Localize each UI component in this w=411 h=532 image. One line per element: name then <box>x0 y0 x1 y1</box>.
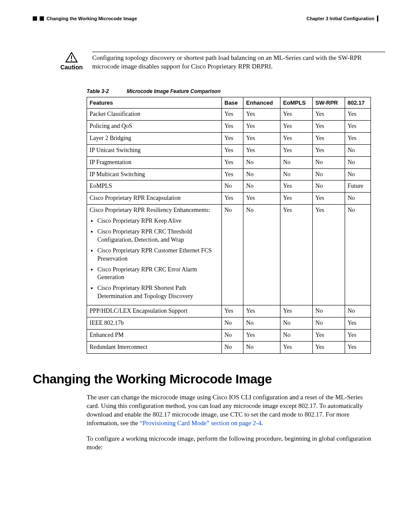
value-cell: Yes <box>222 144 243 156</box>
value-cell: Yes <box>243 132 280 144</box>
feature-cell: Packet Classification <box>87 109 222 121</box>
value-cell: No <box>280 329 313 341</box>
header-section-title: Changing the Working Microcode Image <box>47 16 137 21</box>
value-cell: No <box>345 305 371 317</box>
table-title: Microcode Image Feature Comparison <box>127 88 221 94</box>
table-row: IP FragmentationYesNoNoNoNo <box>87 156 371 168</box>
header-square-icon <box>33 16 37 21</box>
value-cell: No <box>243 168 280 180</box>
table-header: EoMPLS <box>280 97 313 109</box>
table-row: IEEE 802.17bNoNoNoNoYes <box>87 317 371 329</box>
section-paragraph-1: The user can change the microcode image … <box>87 393 375 428</box>
table-row: Cisco Proprietary RPR EncapsulationYesYe… <box>87 193 371 205</box>
feature-bullet: Cisco Proprietary RPR Keep Alive <box>97 217 219 225</box>
value-cell: No <box>222 341 243 353</box>
value-cell: Yes <box>222 132 243 144</box>
value-cell: Yes <box>280 205 313 305</box>
value-cell: Future <box>345 180 371 193</box>
value-cell: Yes <box>280 132 313 144</box>
value-cell: No <box>243 317 280 329</box>
value-cell: Yes <box>280 144 313 156</box>
value-cell: Yes <box>243 305 280 317</box>
value-cell: No <box>345 205 371 305</box>
value-cell: Yes <box>280 341 313 353</box>
table-header: Enhanced <box>243 97 280 109</box>
value-cell: Yes <box>345 132 371 144</box>
value-cell: Yes <box>243 120 280 132</box>
value-cell: Yes <box>280 109 313 121</box>
provisioning-card-mode-link[interactable]: “Provisioning Card Mode” section on page… <box>140 420 261 426</box>
value-cell: Yes <box>280 180 313 193</box>
feature-bullet: Cisco Proprietary RPR CRC Threshold Conf… <box>97 228 219 244</box>
value-cell: Yes <box>243 144 280 156</box>
value-cell: Yes <box>313 132 345 144</box>
value-cell: Yes <box>222 120 243 132</box>
header-square-icon <box>40 16 44 21</box>
value-cell: No <box>313 180 345 193</box>
feature-cell: Enhanced PM <box>87 329 222 341</box>
feature-bullet: Cisco Proprietary RPR Shortest Path Dete… <box>97 284 219 301</box>
table-row: EoMPLSNoNoYesNoFuture <box>87 180 371 193</box>
table-caption: Table 3-2 Microcode Image Feature Compar… <box>87 88 378 94</box>
table-header: SW-RPR <box>313 97 345 109</box>
value-cell: Yes <box>243 193 280 205</box>
value-cell: Yes <box>313 109 345 121</box>
value-cell: No <box>313 156 345 168</box>
svg-point-2 <box>71 60 72 61</box>
value-cell: No <box>280 156 313 168</box>
value-cell: No <box>243 205 280 305</box>
table-header: 802.17 <box>345 97 371 109</box>
feature-cell: Policing and QoS <box>87 120 222 132</box>
value-cell: Yes <box>280 305 313 317</box>
value-cell: Yes <box>313 329 345 341</box>
table-row: Layer 2 BridgingYesYesYesYesYes <box>87 132 371 144</box>
value-cell: No <box>280 168 313 180</box>
value-cell: No <box>222 317 243 329</box>
header-bar-icon <box>377 16 378 22</box>
value-cell: No <box>345 168 371 180</box>
value-cell: No <box>345 156 371 168</box>
value-cell: Yes <box>222 305 243 317</box>
value-cell: Yes <box>313 205 345 305</box>
section-paragraph-2: To configure a working microcode image, … <box>87 434 375 452</box>
table-row: Cisco Proprietary RPR Resiliency Enhance… <box>87 205 371 305</box>
value-cell: No <box>313 305 345 317</box>
value-cell: No <box>345 144 371 156</box>
feature-cell: Cisco Proprietary RPR Resiliency Enhance… <box>87 205 222 305</box>
feature-cell: Cisco Proprietary RPR Encapsulation <box>87 193 222 205</box>
value-cell: Yes <box>243 329 280 341</box>
value-cell: Yes <box>280 120 313 132</box>
value-cell: Yes <box>345 317 371 329</box>
value-cell: Yes <box>313 193 345 205</box>
value-cell: No <box>222 329 243 341</box>
table-header: Features <box>87 97 222 109</box>
feature-cell: IEEE 802.17b <box>87 317 222 329</box>
feature-cell: IP Unicast Switching <box>87 144 222 156</box>
feature-cell: Layer 2 Bridging <box>87 132 222 144</box>
value-cell: Yes <box>313 144 345 156</box>
value-cell: No <box>243 156 280 168</box>
page-header: Changing the Working Microcode Image Cha… <box>33 16 378 22</box>
value-cell: Yes <box>345 109 371 121</box>
table-row: IP Multicast SwitchingYesNoNoNoNo <box>87 168 371 180</box>
table-row: Policing and QoSYesYesYesYesYes <box>87 120 371 132</box>
caution-warning-icon <box>65 52 78 63</box>
caution-block: Caution Configuring topology discovery o… <box>59 52 378 71</box>
feature-cell: PPP/HDLC/LEX Encapsulation Support <box>87 305 222 317</box>
caution-rule <box>92 52 385 52</box>
value-cell: Yes <box>345 329 371 341</box>
value-cell: Yes <box>313 120 345 132</box>
header-chapter-title: Chapter 3 Initial Configuration <box>306 16 374 21</box>
value-cell: No <box>313 317 345 329</box>
table-row: Packet ClassificationYesYesYesYesYes <box>87 109 371 121</box>
feature-cell: EoMPLS <box>87 180 222 193</box>
value-cell: No <box>222 205 243 305</box>
value-cell: No <box>345 193 371 205</box>
feature-cell: IP Fragmentation <box>87 156 222 168</box>
feature-comparison-table: FeaturesBaseEnhancedEoMPLSSW-RPR802.17 P… <box>87 97 371 354</box>
value-cell: Yes <box>345 341 371 353</box>
value-cell: Yes <box>222 156 243 168</box>
value-cell: No <box>280 317 313 329</box>
value-cell: Yes <box>222 168 243 180</box>
feature-cell: IP Multicast Switching <box>87 168 222 180</box>
